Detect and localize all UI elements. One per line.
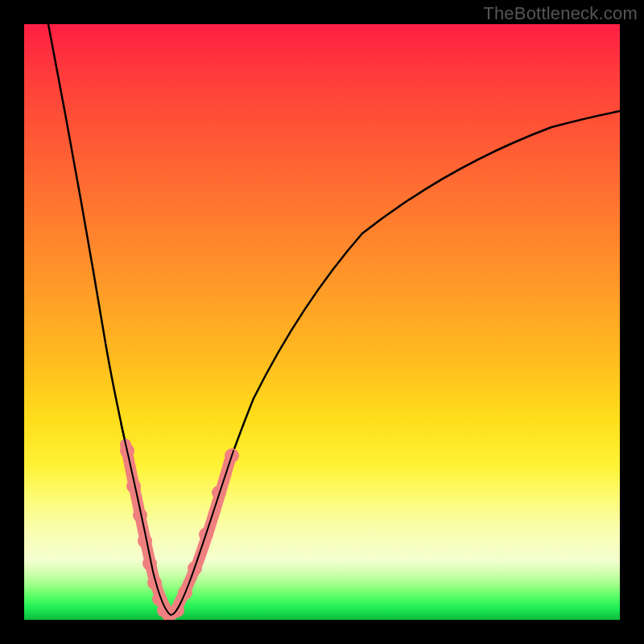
watermark-text: TheBottleneck.com bbox=[483, 3, 638, 24]
black-curve bbox=[48, 24, 620, 616]
chart-svg bbox=[24, 24, 620, 620]
pink-band-left bbox=[126, 444, 171, 615]
plot-area bbox=[24, 24, 620, 620]
figure-frame: TheBottleneck.com bbox=[0, 0, 644, 644]
